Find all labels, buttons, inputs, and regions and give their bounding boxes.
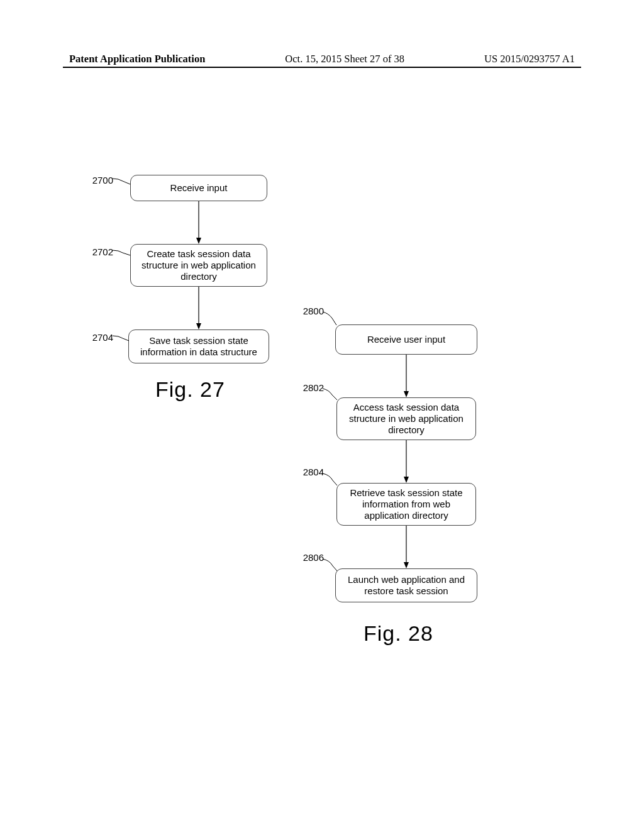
box-text: Save task session state information in d…: [140, 335, 257, 358]
fig28-box-retrieve-state: Retrieve task session state information …: [336, 483, 476, 526]
fig28-box-launch-restore: Launch web application and restore task …: [335, 568, 477, 602]
leader-line-2806: [321, 556, 340, 573]
svg-marker-1: [196, 238, 201, 244]
leader-line-2804: [321, 470, 340, 488]
publication-type: Patent Application Publication: [69, 53, 205, 65]
fig28-box-receive-input: Receive user input: [335, 324, 477, 355]
fig27-box-create-structure: Create task session data structure in we…: [130, 244, 267, 287]
fig27-ref-2702: 2702: [85, 246, 113, 257]
box-text: Receive user input: [367, 334, 445, 345]
fig28-ref-2804: 2804: [296, 467, 324, 477]
publication-date-sheet: Oct. 15, 2015 Sheet 27 of 38: [285, 53, 404, 65]
svg-marker-9: [404, 562, 409, 568]
fig28-ref-2802: 2802: [296, 382, 324, 393]
box-text: Receive input: [170, 182, 228, 194]
patent-page: Patent Application Publication Oct. 15, …: [0, 0, 644, 830]
publication-number: US 2015/0293757 A1: [484, 53, 575, 65]
fig28-ref-2800: 2800: [296, 306, 324, 316]
leader-line-2802: [321, 386, 340, 402]
page-header: Patent Application Publication Oct. 15, …: [69, 53, 575, 65]
box-text: Access task session data structure in we…: [349, 402, 464, 436]
leader-line-2704: [110, 332, 132, 343]
fig28-ref-2806: 2806: [296, 552, 324, 563]
fig27-box-receive-input: Receive input: [130, 175, 267, 201]
header-rule: [63, 67, 581, 68]
fig27-label: Fig. 27: [155, 377, 225, 402]
arrow-2800-2802: [403, 355, 409, 399]
fig27-box-save-state: Save task session state information in d…: [128, 329, 269, 363]
arrow-2802-2804: [403, 440, 409, 484]
fig27-ref-2704: 2704: [85, 332, 113, 343]
arrow-2700-2702: [196, 201, 202, 245]
box-text: Create task session data structure in we…: [142, 248, 256, 282]
arrow-2702-2704: [196, 287, 202, 331]
arrow-2804-2806: [403, 526, 409, 570]
box-text: Launch web application and restore task …: [348, 574, 465, 597]
box-text: Retrieve task session state information …: [350, 487, 462, 521]
fig28-label: Fig. 28: [364, 621, 433, 646]
leader-line-2702: [110, 246, 132, 258]
leader-line-2700: [110, 175, 132, 186]
fig27-ref-2700: 2700: [85, 175, 113, 185]
svg-marker-5: [404, 391, 409, 397]
svg-marker-7: [404, 477, 409, 483]
fig28-box-access-structure: Access task session data structure in we…: [336, 397, 476, 440]
svg-marker-3: [196, 323, 201, 329]
leader-line-2800: [321, 308, 340, 327]
